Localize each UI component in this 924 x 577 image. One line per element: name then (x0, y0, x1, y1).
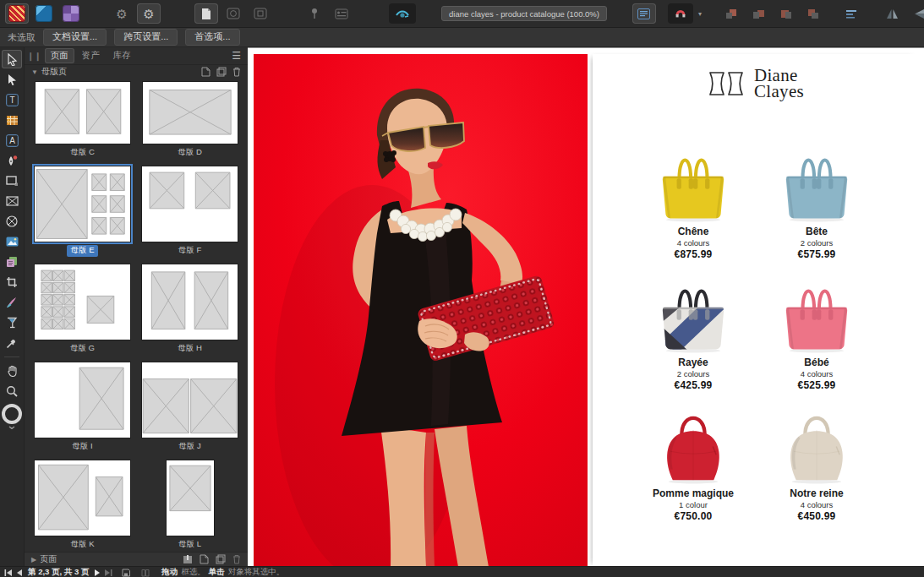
last-page-icon[interactable] (105, 569, 112, 576)
move-tool-icon[interactable] (2, 50, 22, 68)
place-image-tool-icon[interactable] (2, 232, 22, 251)
first-page-icon[interactable] (4, 569, 12, 576)
product-card[interactable]: Pomme magique 1 colour €750.00 (631, 404, 755, 535)
product-card[interactable]: Rayée 2 colours €425.99 (631, 273, 755, 404)
master-page-thumbnail[interactable] (142, 264, 238, 340)
spread-setup-button[interactable]: 跨页设置... (114, 29, 178, 46)
product-image[interactable] (647, 404, 740, 486)
frame-text-tool-icon[interactable]: T (2, 90, 22, 109)
panel-menu-icon[interactable]: ☰ (232, 50, 241, 62)
master-page-item[interactable]: 母版 I (31, 362, 134, 453)
product-image[interactable] (647, 142, 740, 224)
pen-tool-icon[interactable] (2, 151, 22, 170)
canvas[interactable]: Diane Clayes Chêne 4 colours €875.99 (248, 47, 924, 566)
preview-toggle-icon[interactable] (389, 3, 416, 24)
duplicate-page-icon[interactable] (216, 554, 226, 564)
rectangle-tool-icon[interactable] (2, 171, 22, 190)
view-hand-tool-icon[interactable] (2, 362, 22, 380)
picture-frame-ellipse-tool-icon[interactable] (2, 212, 22, 231)
brand-logo[interactable]: Diane Clayes (593, 68, 918, 101)
master-page-thumbnail[interactable] (35, 166, 130, 242)
panel-tab-库存[interactable]: 库存 (107, 48, 137, 63)
alignment-icon[interactable] (840, 3, 864, 24)
master-page-item[interactable]: 母版 J (139, 362, 241, 453)
frame-square-mode-icon[interactable] (249, 3, 272, 24)
apply-master-icon[interactable] (183, 554, 193, 564)
master-page-thumbnail[interactable] (142, 166, 238, 242)
previous-page-icon[interactable] (16, 569, 22, 576)
master-page-item[interactable]: 母版 F (139, 166, 241, 257)
affinity-photo-icon[interactable] (59, 3, 83, 24)
panel-tab-页面[interactable]: 页面 (45, 48, 74, 63)
book-icon[interactable] (141, 569, 150, 577)
save-icon[interactable] (122, 569, 130, 577)
document-gear-icon[interactable]: ⚙ (137, 3, 161, 24)
node-tool-icon[interactable] (2, 70, 22, 89)
panel-grip-icon[interactable]: ❙❙ (27, 52, 41, 61)
next-page-icon[interactable] (95, 569, 101, 576)
add-master-page-icon[interactable] (201, 67, 210, 77)
master-page-item[interactable]: 母版 G (31, 264, 134, 355)
color-picker-tool-icon[interactable] (2, 334, 22, 352)
master-page-thumbnail[interactable] (35, 460, 130, 536)
delete-master-page-icon[interactable] (232, 67, 241, 77)
master-page-item[interactable]: 母版 D (139, 82, 241, 159)
flip-horizontal-icon[interactable] (881, 3, 905, 24)
fill-tool-icon[interactable] (2, 313, 22, 332)
arrange-to-front-icon[interactable] (720, 3, 744, 24)
product-image[interactable] (770, 404, 863, 486)
expand-chevron-icon[interactable]: ▶ (31, 556, 36, 563)
snapping-magnet-icon[interactable] (668, 3, 693, 24)
preferences-button[interactable]: 首选项... (185, 29, 239, 46)
master-page-thumbnail[interactable] (167, 460, 214, 536)
document-setup-button[interactable]: 文档设置... (43, 29, 107, 46)
collapse-chevron-icon[interactable]: ▼ (31, 68, 38, 76)
zoom-tool-icon[interactable] (2, 382, 22, 400)
product-image[interactable] (647, 273, 740, 355)
master-page-item[interactable]: 母版 H (139, 264, 241, 355)
snapping-dropdown-icon[interactable]: ▾ (698, 10, 702, 18)
panel-tab-资产[interactable]: 资产 (76, 48, 106, 63)
pages-section-header[interactable]: ▶ 页面 (25, 552, 248, 566)
photo-page[interactable] (254, 54, 588, 566)
delete-page-icon[interactable] (232, 554, 241, 564)
product-card[interactable]: Bête 2 colours €575.99 (755, 142, 878, 273)
master-page-thumbnail[interactable] (36, 82, 130, 144)
product-image[interactable] (770, 142, 863, 224)
master-page-thumbnail[interactable] (35, 362, 130, 438)
master-page-thumbnail[interactable] (35, 264, 130, 340)
master-page-thumbnail[interactable] (142, 362, 238, 438)
table-tool-icon[interactable] (2, 111, 22, 129)
master-pages-header[interactable]: ▼ 母版页 (25, 65, 248, 79)
product-card[interactable]: Notre reine 4 colours €450.99 (755, 404, 878, 535)
crop-tool-icon[interactable] (2, 273, 22, 291)
frame-circle-mode-icon[interactable] (221, 3, 245, 24)
arrange-to-back-icon[interactable] (801, 3, 825, 24)
catalogue-page[interactable]: Diane Clayes Chêne 4 colours €875.99 (593, 54, 918, 566)
product-card[interactable]: Chêne 4 colours €875.99 (631, 142, 755, 273)
master-page-item[interactable]: 母版 C (31, 82, 134, 159)
settings-gear-icon[interactable]: ⚙ (110, 3, 134, 24)
color-ring-selector[interactable] (2, 402, 22, 431)
arrange-backward-icon[interactable] (774, 3, 798, 24)
affinity-publisher-icon[interactable] (5, 3, 29, 24)
master-page-item[interactable]: 母版 E (31, 166, 134, 257)
model-photo[interactable] (254, 54, 588, 566)
affinity-designer-icon[interactable] (32, 3, 56, 24)
master-page-thumbnail[interactable] (143, 82, 238, 144)
pages-tool-icon[interactable] (2, 253, 22, 271)
product-card[interactable]: Bébé 4 colours €525.99 (755, 273, 878, 404)
picture-frame-rect-tool-icon[interactable] (2, 192, 22, 210)
master-page-item[interactable]: 母版 K (31, 460, 134, 551)
page-preview-mode-icon[interactable] (194, 3, 218, 24)
product-image[interactable] (770, 273, 863, 355)
paragraph-panel-icon[interactable] (632, 3, 656, 24)
vector-brush-tool-icon[interactable] (2, 293, 22, 312)
arrange-forward-icon[interactable] (747, 3, 771, 24)
add-page-icon[interactable] (200, 554, 209, 564)
duplicate-master-page-icon[interactable] (216, 67, 227, 77)
flip-vertical-icon[interactable] (908, 3, 924, 24)
master-page-item[interactable]: 母版 L (139, 460, 241, 551)
artistic-text-tool-icon[interactable]: A (2, 131, 22, 150)
pin-icon[interactable] (303, 3, 326, 24)
